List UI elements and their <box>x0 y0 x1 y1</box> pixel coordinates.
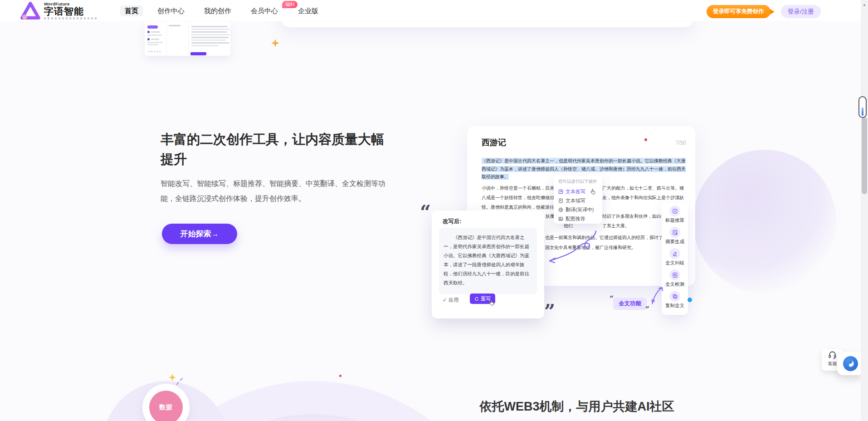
page: WordFuture 字语智能 首页 创作中心 我的创作 会员中心 福利 企业版… <box>0 0 868 421</box>
quote-mark-close: ” <box>645 305 649 313</box>
rewrite-popup-title: 改写后: <box>443 218 462 225</box>
headset-icon <box>828 351 837 359</box>
proofread-icon <box>672 251 678 257</box>
avatar <box>147 38 150 40</box>
free-creation-promo-button[interactable]: 登录即可享免费创作 <box>707 5 770 18</box>
rewrite-popup-body-box: 《西游记》是中国古代四大名著之一，是明代作家吴承恩所创作的一部长篇小说。它以佛教… <box>439 228 537 294</box>
data-bubble: 数据 <box>149 391 183 421</box>
doc-text-run: 友，他外表像个和尚但实际上是个沙漠妖 <box>602 195 684 201</box>
scrollbar-thumb[interactable] <box>862 117 867 194</box>
red-dot <box>644 138 647 141</box>
fulltext-feature-pill: “ 全文功能 ” <box>613 298 647 310</box>
menu-item-continue-writing[interactable]: 文本续写 <box>558 196 598 205</box>
blue-dot <box>688 298 692 302</box>
fulltext-check-icon <box>672 272 678 278</box>
section-title: 丰富的二次创作工具，让内容质量大幅提升 <box>161 129 392 169</box>
nav-item-enterprise[interactable]: 企业版 <box>298 5 318 16</box>
decor-circle-right <box>693 150 836 293</box>
sparkle-icon <box>169 374 176 383</box>
chat-widget[interactable] <box>837 352 864 375</box>
mini-badge <box>147 25 158 29</box>
nav-item-member-center[interactable]: 会员中心 <box>251 5 278 16</box>
edit-icon <box>558 189 563 194</box>
mouse-scroll-indicator <box>858 96 867 118</box>
quote-mark-open: “ <box>420 203 431 222</box>
doc-text-run: 结识了许多朋友和伙伴，如白龙 <box>602 213 666 220</box>
translate-icon <box>558 207 563 212</box>
apply-button[interactable]: ✓ 应用 <box>443 297 458 304</box>
pill-arrow-annotation <box>650 286 665 307</box>
document-counter: 7/50 <box>676 140 686 146</box>
swirl-arrow-annotation <box>544 229 600 268</box>
hand-cursor-icon <box>488 299 495 308</box>
document-title: 西游记 <box>482 137 506 148</box>
check-icon: ✓ <box>443 297 447 303</box>
red-dot <box>339 375 341 377</box>
nav-item-my-creations[interactable]: 我的创作 <box>204 5 231 16</box>
action-menu: 您可以进行以下操作 文本改写 文本续写 翻译(英译中) 配图推荐 <box>554 176 602 224</box>
mini-purple-button[interactable] <box>190 52 206 55</box>
menu-item-translate[interactable]: 翻译(英译中) <box>558 205 598 214</box>
doc-text-run: 广大的能力，如七十二变、筋斗云等。猪 <box>602 185 684 191</box>
quote-mark-open: “ <box>610 294 614 303</box>
tool-fulltext-check[interactable]: 全文检测 <box>662 269 688 291</box>
rewrite-popup-text: 《西游记》是中国古代四大名著之一，是明代作家吴承恩所创作的一部长篇小说。它以佛教… <box>444 233 532 287</box>
mini-pagination <box>148 51 162 52</box>
abstract-generate-icon <box>672 230 678 235</box>
section-description: 智能改写、智能续写、标题推荐、智能摘要、中英翻译、全文检测等功能，全链路沉浸式创… <box>161 176 391 206</box>
brand-logo-icon[interactable] <box>20 2 40 22</box>
hand-cursor-icon <box>590 189 596 197</box>
scrollbar-up-arrow[interactable]: ▲ <box>863 3 866 7</box>
nav-item-creation-center[interactable]: 创作中心 <box>157 5 185 16</box>
chat-logo-icon <box>843 356 858 371</box>
mini-card-textpane <box>188 22 231 56</box>
title-suggest-icon <box>672 208 678 214</box>
scrollbar-track[interactable] <box>861 0 868 421</box>
sparkle-icon <box>271 39 279 49</box>
action-menu-header: 您可以进行以下操作 <box>558 179 598 185</box>
continue-writing-icon <box>558 198 563 203</box>
fulltext-toolbar: 标题推荐 摘要生成 全文纠错 全文检测 复制全文 <box>662 203 688 315</box>
tool-title-suggest[interactable]: 标题推荐 <box>662 206 688 227</box>
refresh-icon <box>474 297 479 301</box>
tool-abstract-generate[interactable]: 摘要生成 <box>662 227 688 248</box>
mini-card-sidebar <box>145 22 167 56</box>
doc-text-run: 他们 <box>564 223 573 229</box>
tool-copy-all[interactable]: 复制全文 <box>662 291 688 312</box>
copy-icon <box>672 294 678 299</box>
brand-zh: 字语智能 <box>44 6 98 16</box>
menu-item-image-suggest[interactable]: 配图推荐 <box>558 214 598 223</box>
nav-item-home[interactable]: 首页 <box>120 5 143 16</box>
tool-proofread[interactable]: 全文纠错 <box>662 248 688 269</box>
web3-section-title: 依托WEB3机制，与用户共建AI社区 <box>479 398 674 415</box>
login-register-button[interactable]: 登录/注册 <box>781 5 821 18</box>
start-explore-button[interactable]: 开始探索→ <box>162 224 237 244</box>
mini-screenshot-card <box>145 22 230 56</box>
welfare-badge: 福利 <box>282 1 297 8</box>
avatar <box>147 31 150 33</box>
doc-text-run: 了东土大唐。 <box>602 223 629 229</box>
brand-logo-text[interactable]: WordFuture 字语智能 <box>44 1 98 20</box>
brand-tagline <box>44 17 98 20</box>
quote-mark-close: ” <box>544 302 555 321</box>
image-icon <box>558 216 563 221</box>
